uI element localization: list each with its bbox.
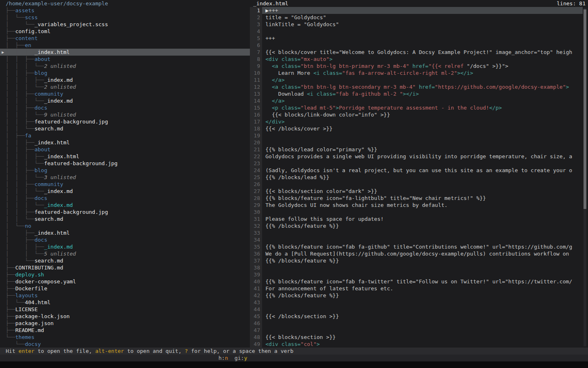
tree-item-blog[interactable]: │ │ ├──blog — [0, 167, 250, 174]
tree-item-docs[interactable]: │ │ ├──docs — [0, 104, 250, 111]
tree-branch: │ │ ├── — [6, 139, 34, 146]
status-key-hint: alt-enter — [95, 348, 124, 354]
tree-item-docsy[interactable]: └──docsy — [0, 341, 250, 348]
tree-item-_index.md[interactable]: │ │ │ └──_index.md — [0, 202, 250, 209]
line-number: 20 — [250, 139, 262, 146]
tree-item-_index.html[interactable]: │ │ ├──_index.html — [0, 139, 250, 146]
code-line-44: 44 — [250, 306, 588, 313]
tree-item-_variables_project.scss[interactable]: │ └──_variables_project.scss — [0, 21, 250, 28]
line-number: 7 — [250, 49, 262, 56]
tree-label: _index.md — [44, 77, 73, 83]
tree-item-featured-background.jpg[interactable]: │ │ ├──featured-background.jpg — [0, 118, 250, 125]
tree-label: 2 unlisted — [44, 84, 76, 90]
tree-item-community[interactable]: │ │ ├──community — [0, 181, 250, 188]
tree-item-blog[interactable]: │ │ ├──blog — [0, 70, 250, 76]
tree-item-readme.md[interactable]: ├──README.md — [0, 327, 250, 334]
tree-label: assets — [15, 7, 34, 13]
tree-item-community[interactable]: │ │ ├──community — [0, 90, 250, 97]
tree-branch: │ └── — [6, 14, 25, 20]
code-line-8: 8<div class="mx-auto"> — [250, 56, 588, 63]
tree-item-about[interactable]: │ │ ├──about — [0, 56, 250, 63]
command-input-bar[interactable]: :e h:n gi:y — [0, 355, 588, 361]
line-number: 18 — [250, 125, 262, 132]
tree-item-package.json[interactable]: ├──package.json — [0, 320, 250, 327]
scrollbar-thumb[interactable] — [584, 9, 586, 209]
line-text: {{% blocks/feature icon="fab fa-twitter"… — [262, 278, 583, 285]
tree-item-license[interactable]: ├──LICENSE — [0, 306, 250, 313]
line-text — [262, 132, 583, 139]
tree-item-config.toml[interactable]: ├──config.toml — [0, 28, 250, 35]
line-text: <a class="btn btn-lg btn-primary mr-3 mb… — [262, 63, 583, 70]
tree-item-about[interactable]: │ │ ├──about — [0, 146, 250, 153]
code-line-49: 49<div class="col"> — [250, 341, 588, 348]
preview-scrollbar[interactable] — [584, 8, 586, 346]
tree-branch: │ ├── — [6, 42, 25, 48]
indicator-value: y — [244, 355, 247, 361]
tree-item-search.md[interactable]: │ │ └──search.md — [0, 125, 250, 132]
tree-item-_index.html[interactable]: ▶│ │ ├──_index.html — [0, 49, 250, 56]
line-text: Goldydocs provides a single web UI provi… — [262, 153, 583, 160]
tree-item-en[interactable]: │ ├──en — [0, 42, 250, 49]
tree-item-2-unlisted[interactable]: │ │ │ └──2 unlisted — [0, 83, 250, 90]
tree-label: docs — [34, 105, 47, 111]
tree-branch: ├── — [6, 320, 15, 326]
line-number: 9 — [250, 63, 262, 70]
line-number: 12 — [250, 83, 262, 90]
line-number: 16 — [250, 111, 262, 118]
tree-item-package-lock.json[interactable]: ├──package-lock.json — [0, 313, 250, 320]
tree-item-scss[interactable]: │ └──scss — [0, 14, 250, 21]
tree-item-9-unlisted[interactable]: │ │ │ └──9 unlisted — [0, 111, 250, 118]
line-number: 32 — [250, 222, 262, 229]
tree-item-_index.html[interactable]: │ ├──_index.html — [0, 229, 250, 236]
tree-label: _index.html — [34, 49, 69, 55]
code-line-41: 41For announcement of latest features et… — [250, 285, 588, 292]
code-line-11: 11 </a> — [250, 76, 588, 83]
line-text — [262, 181, 583, 188]
tree-item-deploy.sh[interactable]: ├──deploy.sh — [0, 271, 250, 278]
tree-item-search.md[interactable]: │ │ └──search.md — [0, 215, 250, 222]
tree-item-layouts[interactable]: ├──layouts — [0, 292, 250, 299]
tree-item-assets[interactable]: ├──assets — [0, 7, 250, 14]
code-line-29: 29The Goldydocs UI now shows chair size … — [250, 202, 588, 209]
tree-item-_index.md[interactable]: │ │ │ └──_index.md — [0, 97, 250, 104]
line-text: {{< /blocks/cover >}} — [262, 125, 583, 132]
root-path[interactable]: /home/example-user/docsy-example — [0, 0, 250, 7]
code-line-38: 38 — [250, 264, 588, 271]
code-line-4: 4 — [250, 28, 588, 35]
tree-item-_index.html[interactable]: │ │ │ ├──_index.html — [0, 153, 250, 160]
tree-branch: ├── — [6, 272, 15, 278]
tree-item-docker-compose.yaml[interactable]: ├──docker-compose.yaml — [0, 278, 250, 285]
tree-branch: ├── — [6, 285, 15, 292]
tree-item-content[interactable]: ├──content — [0, 35, 250, 42]
tree-item-docs[interactable]: │ ├──docs — [0, 236, 250, 243]
tree-label: scss — [25, 14, 38, 20]
tree-item-dockerfile[interactable]: ├──Dockerfile — [0, 285, 250, 292]
tree-item-3-unlisted[interactable]: │ │ │ └──3 unlisted — [0, 174, 250, 181]
tree-branch: │ │ │ ├── — [6, 153, 44, 159]
tree-item-fa[interactable]: │ ├──fa — [0, 132, 250, 139]
tree-item-featured-background.jpg[interactable]: │ │ │ └──featured-background.jpg — [0, 160, 250, 167]
tree-item-contributing.md[interactable]: ├──CONTRIBUTING.md — [0, 264, 250, 271]
line-number: 14 — [250, 97, 262, 104]
line-number: 27 — [250, 188, 262, 195]
tree-item-5-unlisted[interactable]: │ │ └──5 unlisted — [0, 250, 250, 257]
line-number: 35 — [250, 243, 262, 250]
tree-branch: │ └── — [6, 299, 25, 305]
line-text — [262, 236, 583, 243]
tree-item-search.md[interactable]: │ └──search.md — [0, 257, 250, 264]
code-area: 1▶+++2title = "Goldydocs"3linkTitle = "G… — [250, 7, 588, 348]
tree-item-_index.md[interactable]: │ │ │ └──_index.md — [0, 188, 250, 195]
tree-label: package-lock.json — [15, 313, 69, 319]
tree-item-404.html[interactable]: │ └──404.html — [0, 299, 250, 306]
line-text: {{% /blocks/feature %}} — [262, 257, 583, 264]
tree-item-2-unlisted[interactable]: │ │ │ └──2 unlisted — [0, 63, 250, 70]
tree-item-themes[interactable]: └──themes — [0, 334, 250, 341]
file-tree: ├──assets│ └──scss│ └──_variables_projec… — [0, 7, 250, 348]
code-line-17: 17</div> — [250, 118, 588, 125]
tree-item-_index.md[interactable]: │ │ ├──_index.md — [0, 243, 250, 250]
tree-item-no[interactable]: │ └──no — [0, 222, 250, 229]
tree-item-featured-background.jpg[interactable]: │ │ ├──featured-background.jpg — [0, 209, 250, 215]
tree-item-_index.md[interactable]: │ │ │ ├──_index.md — [0, 76, 250, 83]
tree-item-docs[interactable]: │ │ ├──docs — [0, 195, 250, 202]
tree-branch: │ │ └── — [6, 126, 34, 132]
